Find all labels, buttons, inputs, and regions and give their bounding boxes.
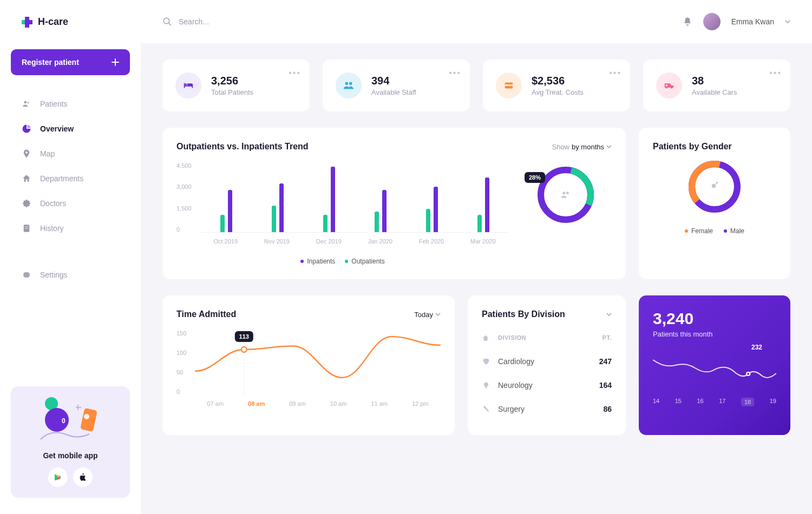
month-tooltip: 232	[751, 344, 762, 351]
svg-point-5	[27, 102, 29, 104]
stat-label: Total Patients	[211, 88, 253, 96]
chevron-down-icon	[606, 144, 612, 149]
svg-point-4	[24, 101, 27, 104]
nav-label: Settings	[40, 271, 68, 279]
nav-label: Doctors	[40, 199, 66, 208]
main: Emma Kwan ••• 3,256 Total Patients	[141, 0, 812, 514]
search-wrap	[162, 17, 672, 27]
trend-period-select[interactable]: Show by months	[552, 143, 612, 151]
time-period-select[interactable]: Today	[414, 311, 441, 319]
nav-label: Map	[40, 149, 55, 158]
division-row[interactable]: Surgery86	[482, 397, 612, 421]
trend-y-axis: 4,5003,0001,5000	[176, 162, 192, 233]
month-x-axis: 141516171819	[653, 398, 776, 406]
brand-logo: H-care	[11, 16, 130, 28]
svg-point-16	[163, 18, 169, 24]
stat-card-patients: ••• 3,256 Total Patients	[162, 60, 310, 111]
group-icon	[336, 73, 362, 98]
search-input[interactable]	[179, 17, 287, 26]
legend-outpatients: Outpatients	[345, 258, 384, 265]
time-plot: 113	[195, 330, 441, 395]
show-value: by months	[572, 143, 604, 151]
plus-icon	[112, 58, 119, 66]
trend-title: Outpatients vs. Inpatients Trend	[176, 142, 309, 151]
logo-icon	[22, 17, 32, 28]
home-icon	[482, 334, 498, 342]
chevron-down-icon[interactable]	[785, 19, 790, 24]
svg-point-18	[345, 82, 349, 85]
gender-card: Patients by Gender Female Male	[639, 128, 790, 279]
svg-point-36	[747, 373, 749, 375]
home-icon	[22, 174, 31, 183]
user-name: Emma Kwan	[731, 17, 774, 26]
topbar: Emma Kwan	[141, 0, 812, 43]
nav-label: Departments	[40, 174, 83, 183]
chevron-down-icon	[435, 312, 441, 317]
stat-value: 38	[692, 75, 737, 87]
nav-item-history[interactable]: History	[11, 216, 130, 241]
stat-label: Available Cars	[692, 88, 737, 96]
svg-rect-3	[22, 20, 25, 24]
svg-point-33	[484, 383, 488, 387]
svg-rect-15	[77, 405, 78, 410]
stat-value: 394	[371, 75, 416, 87]
svg-point-19	[349, 82, 352, 85]
register-patient-button[interactable]: Register patient	[11, 49, 130, 75]
more-icon[interactable]: •••	[609, 68, 621, 78]
badge-icon	[22, 199, 31, 208]
wallet-icon	[496, 73, 522, 98]
stat-card-staff: ••• 394 Available Staff	[323, 60, 470, 111]
more-icon[interactable]: •••	[449, 68, 461, 78]
store-buttons	[22, 467, 119, 487]
chevron-down-icon[interactable]	[606, 312, 612, 317]
division-value: 164	[590, 381, 612, 390]
bed-icon	[175, 73, 201, 98]
show-label: Show	[552, 143, 569, 151]
more-icon[interactable]: •••	[769, 68, 782, 78]
svg-text:0: 0	[62, 417, 66, 425]
avatar[interactable]	[703, 13, 721, 30]
division-icon	[482, 381, 498, 390]
svg-point-32	[241, 347, 246, 352]
nav-item-overview[interactable]: Overview	[11, 116, 130, 141]
division-name: Neurology	[498, 381, 590, 390]
nav-item-settings[interactable]: Settings	[11, 262, 130, 287]
more-icon[interactable]: •••	[289, 68, 301, 78]
division-value: 86	[590, 405, 612, 413]
nav-label: Overview	[40, 124, 74, 133]
division-title: Patients By Division	[482, 309, 565, 319]
nav-item-doctors[interactable]: Doctors	[11, 191, 130, 216]
nav-item-map[interactable]: Map	[11, 141, 130, 166]
svg-rect-21	[505, 84, 513, 86]
division-name: Surgery	[498, 405, 590, 413]
svg-point-17	[185, 83, 187, 85]
sidebar: H-care Register patient Patients Overvie…	[0, 0, 141, 514]
stats-row: ••• 3,256 Total Patients ••• 394	[162, 60, 790, 111]
month-value: 3,240	[653, 309, 776, 328]
division-row[interactable]: Neurology164	[482, 373, 612, 397]
month-card: 3,240 Patients this month 232 1415161718…	[639, 295, 790, 435]
svg-point-26	[562, 192, 565, 194]
svg-rect-34	[486, 386, 487, 388]
mobile-illustration: 0	[22, 397, 119, 446]
svg-rect-8	[25, 228, 28, 229]
svg-point-27	[566, 192, 569, 194]
nav-item-departments[interactable]: Departments	[11, 166, 130, 191]
doc-icon	[22, 223, 31, 233]
pie-icon	[22, 124, 31, 134]
division-value: 247	[590, 357, 612, 366]
division-row[interactable]: Cardiology247	[482, 350, 612, 373]
bell-icon[interactable]	[683, 17, 692, 27]
app-store-button[interactable]	[73, 467, 93, 487]
stat-card-cars: ••• 38 Available Cars	[643, 60, 790, 111]
svg-rect-12	[80, 408, 97, 432]
play-store-button[interactable]	[48, 467, 68, 487]
pin-icon	[22, 149, 31, 159]
trend-bars	[200, 162, 509, 233]
trend-x-axis: Oct 2019Nov 2019Dec 2019Jan 2020Feb 2020…	[200, 238, 509, 245]
division-col-name: DIVISION	[498, 334, 590, 342]
nav-item-patients[interactable]: Patients	[11, 91, 130, 116]
division-card: Patients By Division DIVISION PT. Cardio…	[468, 295, 626, 435]
division-rows: Cardiology247Neurology164Surgery86	[482, 350, 612, 421]
gender-icon	[685, 157, 744, 216]
